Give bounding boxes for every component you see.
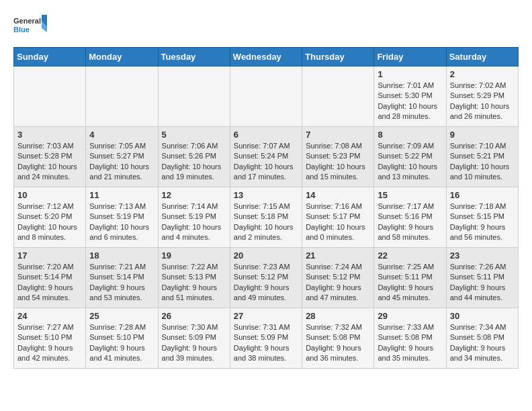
sunrise-text: Sunrise: 7:27 AM [17, 323, 74, 331]
cell-content: Sunrise: 7:20 AMSunset: 5:14 PMDaylight:… [17, 262, 82, 304]
sunset-text: Sunset: 5:22 PM [378, 152, 432, 160]
day-number: 12 [162, 190, 226, 200]
calendar-cell: 5Sunrise: 7:06 AMSunset: 5:26 PMDaylight… [158, 127, 230, 187]
daylight-text: Daylight: 10 hours and 13 minutes. [378, 163, 437, 181]
sunset-text: Sunset: 5:30 PM [378, 91, 432, 99]
calendar-cell [86, 66, 158, 127]
sunrise-text: Sunrise: 7:03 AM [17, 142, 74, 150]
daylight-text: Daylight: 10 hours and 8 minutes. [17, 223, 77, 241]
daylight-text: Daylight: 9 hours and 38 minutes. [234, 344, 290, 362]
cell-content: Sunrise: 7:02 AMSunset: 5:29 PMDaylight:… [450, 81, 515, 122]
sunset-text: Sunset: 5:15 PM [450, 212, 504, 220]
sunrise-text: Sunrise: 7:15 AM [234, 202, 290, 210]
sunrise-text: Sunrise: 7:13 AM [89, 202, 146, 210]
cell-content: Sunrise: 7:16 AMSunset: 5:17 PMDaylight:… [306, 201, 370, 243]
weekday-header-friday: Friday [374, 48, 446, 66]
sunrise-text: Sunrise: 7:25 AM [378, 263, 434, 271]
day-number: 25 [89, 311, 154, 321]
calendar-cell: 25Sunrise: 7:28 AMSunset: 5:10 PMDayligh… [86, 308, 158, 369]
cell-content: Sunrise: 7:26 AMSunset: 5:11 PMDaylight:… [450, 262, 515, 304]
sunset-text: Sunset: 5:09 PM [162, 333, 216, 341]
calendar-cell: 24Sunrise: 7:27 AMSunset: 5:10 PMDayligh… [14, 308, 86, 369]
calendar-cell [230, 66, 302, 127]
sunrise-text: Sunrise: 7:09 AM [378, 142, 434, 150]
cell-content: Sunrise: 7:05 AMSunset: 5:27 PMDaylight:… [89, 141, 154, 183]
calendar-cell: 16Sunrise: 7:18 AMSunset: 5:15 PMDayligh… [446, 187, 518, 248]
calendar-cell: 12Sunrise: 7:14 AMSunset: 5:19 PMDayligh… [158, 187, 230, 248]
sunset-text: Sunset: 5:08 PM [306, 333, 360, 341]
calendar-cell: 6Sunrise: 7:07 AMSunset: 5:24 PMDaylight… [230, 127, 302, 187]
day-number: 1 [378, 69, 442, 79]
sunrise-text: Sunrise: 7:30 AM [162, 323, 218, 331]
calendar-cell: 19Sunrise: 7:22 AMSunset: 5:13 PMDayligh… [158, 248, 230, 308]
sunset-text: Sunset: 5:28 PM [17, 152, 72, 160]
cell-content: Sunrise: 7:24 AMSunset: 5:12 PMDaylight:… [306, 262, 370, 304]
cell-content: Sunrise: 7:27 AMSunset: 5:10 PMDaylight:… [17, 322, 82, 364]
day-number: 9 [450, 130, 515, 140]
svg-text:General: General [13, 17, 41, 25]
calendar-cell: 11Sunrise: 7:13 AMSunset: 5:19 PMDayligh… [86, 187, 158, 248]
sunrise-text: Sunrise: 7:01 AM [378, 81, 434, 89]
day-number: 27 [234, 311, 298, 321]
cell-content: Sunrise: 7:33 AMSunset: 5:08 PMDaylight:… [378, 322, 442, 364]
day-number: 26 [162, 311, 226, 321]
daylight-text: Daylight: 9 hours and 54 minutes. [17, 283, 73, 302]
daylight-text: Daylight: 9 hours and 51 minutes. [162, 283, 218, 302]
cell-content: Sunrise: 7:07 AMSunset: 5:24 PMDaylight:… [234, 141, 298, 183]
calendar-table: SundayMondayTuesdayWednesdayThursdayFrid… [13, 47, 519, 369]
sunrise-text: Sunrise: 7:22 AM [162, 263, 218, 271]
daylight-text: Daylight: 9 hours and 44 minutes. [450, 283, 506, 302]
daylight-text: Daylight: 10 hours and 4 minutes. [162, 223, 222, 241]
day-number: 17 [17, 250, 82, 261]
calendar-week-row: 1Sunrise: 7:01 AMSunset: 5:30 PMDaylight… [14, 66, 519, 127]
daylight-text: Daylight: 9 hours and 39 minutes. [162, 344, 218, 362]
day-number: 3 [17, 130, 82, 140]
sunset-text: Sunset: 5:16 PM [378, 212, 432, 220]
calendar-week-row: 24Sunrise: 7:27 AMSunset: 5:10 PMDayligh… [14, 308, 519, 369]
day-number: 4 [89, 130, 154, 140]
day-number: 22 [378, 250, 442, 261]
sunrise-text: Sunrise: 7:17 AM [378, 202, 434, 210]
calendar-cell: 4Sunrise: 7:05 AMSunset: 5:27 PMDaylight… [86, 127, 158, 187]
sunset-text: Sunset: 5:13 PM [162, 273, 216, 281]
day-number: 13 [234, 190, 298, 200]
cell-content: Sunrise: 7:28 AMSunset: 5:10 PMDaylight:… [89, 322, 154, 364]
calendar-cell: 22Sunrise: 7:25 AMSunset: 5:11 PMDayligh… [374, 248, 446, 308]
sunrise-text: Sunrise: 7:21 AM [89, 263, 146, 271]
weekday-header-monday: Monday [86, 48, 158, 66]
sunrise-text: Sunrise: 7:32 AM [306, 323, 362, 331]
calendar-cell [302, 66, 374, 127]
calendar-cell: 7Sunrise: 7:08 AMSunset: 5:23 PMDaylight… [302, 127, 374, 187]
daylight-text: Daylight: 10 hours and 28 minutes. [378, 102, 437, 120]
calendar-cell: 28Sunrise: 7:32 AMSunset: 5:08 PMDayligh… [302, 308, 374, 369]
daylight-text: Daylight: 10 hours and 17 minutes. [234, 163, 294, 181]
sunrise-text: Sunrise: 7:18 AM [450, 202, 506, 210]
day-number: 20 [234, 250, 298, 261]
day-number: 14 [306, 190, 370, 200]
sunset-text: Sunset: 5:24 PM [234, 152, 288, 160]
calendar-week-row: 17Sunrise: 7:20 AMSunset: 5:14 PMDayligh… [14, 248, 519, 308]
sunrise-text: Sunrise: 7:16 AM [306, 202, 362, 210]
day-number: 8 [378, 130, 442, 140]
day-number: 30 [450, 311, 515, 321]
sunrise-text: Sunrise: 7:06 AM [162, 142, 218, 150]
sunset-text: Sunset: 5:10 PM [89, 333, 144, 341]
calendar-cell: 20Sunrise: 7:23 AMSunset: 5:12 PMDayligh… [230, 248, 302, 308]
daylight-text: Daylight: 9 hours and 41 minutes. [89, 344, 145, 362]
daylight-text: Daylight: 9 hours and 58 minutes. [378, 223, 433, 241]
weekday-header-row: SundayMondayTuesdayWednesdayThursdayFrid… [14, 48, 519, 66]
cell-content: Sunrise: 7:23 AMSunset: 5:12 PMDaylight:… [234, 262, 298, 304]
sunset-text: Sunset: 5:19 PM [89, 212, 144, 220]
calendar-cell: 2Sunrise: 7:02 AMSunset: 5:29 PMDaylight… [446, 66, 518, 127]
cell-content: Sunrise: 7:32 AMSunset: 5:08 PMDaylight:… [306, 322, 370, 364]
calendar-cell: 29Sunrise: 7:33 AMSunset: 5:08 PMDayligh… [374, 308, 446, 369]
day-number: 5 [162, 130, 226, 140]
calendar-cell: 1Sunrise: 7:01 AMSunset: 5:30 PMDaylight… [374, 66, 446, 127]
day-number: 10 [17, 190, 82, 200]
daylight-text: Daylight: 10 hours and 6 minutes. [89, 223, 149, 241]
calendar-cell: 3Sunrise: 7:03 AMSunset: 5:28 PMDaylight… [14, 127, 86, 187]
calendar-cell: 17Sunrise: 7:20 AMSunset: 5:14 PMDayligh… [14, 248, 86, 308]
day-number: 2 [450, 69, 515, 79]
calendar-cell [14, 66, 86, 127]
daylight-text: Daylight: 9 hours and 56 minutes. [450, 223, 506, 241]
